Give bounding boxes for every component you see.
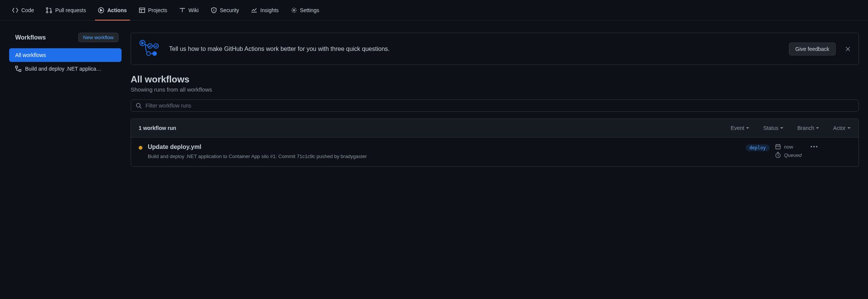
feedback-banner: Tell us how to make GitHub Actions work … (131, 33, 859, 65)
chevron-down-icon (816, 126, 819, 130)
chevron-down-icon (847, 126, 851, 130)
play-icon (98, 7, 104, 13)
nav-wiki[interactable]: Wiki (173, 0, 204, 21)
svg-point-2 (50, 11, 52, 13)
chevron-down-icon (746, 126, 749, 130)
sidebar-item-label: Build and deploy .NET applica… (25, 66, 101, 72)
new-workflow-button[interactable]: New workflow (78, 33, 119, 42)
filter-status[interactable]: Status (763, 125, 784, 131)
table-icon (139, 7, 145, 13)
sidebar-item-all-workflows[interactable]: All workflows (9, 48, 122, 62)
sidebar-item-label: All workflows (15, 52, 46, 58)
nav-projects[interactable]: Projects (133, 0, 174, 21)
nav-label: Projects (148, 7, 168, 13)
repo-nav: Code Pull requests Actions Projects Wiki… (0, 0, 868, 21)
svg-point-0 (46, 8, 48, 9)
svg-rect-7 (16, 66, 17, 68)
run-menu-button[interactable] (811, 146, 819, 147)
nav-label: Actions (107, 7, 126, 13)
svg-rect-15 (776, 145, 780, 149)
svg-point-12 (147, 52, 150, 55)
runs-header: 1 workflow run Event Status Branch Actor (131, 119, 859, 138)
svg-point-13 (153, 52, 157, 55)
svg-point-5 (213, 9, 214, 10)
actions-graphic-icon (139, 39, 160, 59)
nav-actions[interactable]: Actions (92, 0, 133, 21)
nav-pull-requests[interactable]: Pull requests (40, 0, 92, 21)
svg-point-1 (46, 11, 48, 13)
nav-label: Settings (300, 7, 319, 13)
shield-icon (211, 7, 217, 13)
run-state: Queued (775, 152, 802, 158)
run-subtitle: Build and deploy .NET application to Con… (148, 153, 740, 160)
close-icon[interactable] (845, 46, 851, 52)
page-title: All workflows (131, 74, 859, 85)
status-queued-icon (139, 146, 142, 150)
graph-icon (251, 7, 257, 13)
gear-icon (291, 7, 297, 13)
nav-security[interactable]: Security (205, 0, 245, 21)
nav-insights[interactable]: Insights (245, 0, 285, 21)
filter-box[interactable] (131, 100, 859, 112)
svg-point-6 (293, 9, 295, 11)
filter-event[interactable]: Event (730, 125, 749, 131)
stopwatch-icon (775, 152, 781, 158)
nav-code[interactable]: Code (6, 0, 40, 21)
search-icon (136, 103, 142, 109)
run-title[interactable]: Update deploy.yml (148, 144, 740, 150)
run-count: 1 workflow run (139, 125, 176, 131)
chevron-down-icon (780, 126, 784, 130)
git-pull-request-icon (46, 7, 52, 13)
nav-label: Security (220, 7, 239, 13)
code-icon (12, 7, 18, 13)
give-feedback-button[interactable]: Give feedback (789, 43, 836, 55)
svg-rect-8 (19, 70, 21, 71)
branch-tag[interactable]: deploy (746, 144, 770, 151)
nav-label: Insights (260, 7, 278, 13)
svg-point-14 (136, 103, 140, 107)
filter-branch[interactable]: Branch (797, 125, 819, 131)
filter-actor[interactable]: Actor (833, 125, 851, 131)
workflow-icon (15, 66, 21, 72)
page-subtitle: Showing runs from all workflows (131, 86, 859, 93)
filter-input[interactable] (145, 103, 854, 109)
banner-text: Tell us how to make GitHub Actions work … (169, 46, 780, 52)
run-time: now (775, 144, 802, 150)
nav-label: Code (21, 7, 34, 13)
book-icon (179, 7, 185, 13)
nav-settings[interactable]: Settings (285, 0, 326, 21)
nav-label: Wiki (188, 7, 198, 13)
calendar-icon (775, 144, 781, 150)
sidebar-title: Workflows (15, 34, 46, 41)
nav-label: Pull requests (55, 7, 86, 13)
workflows-sidebar: Workflows New workflow All workflows Bui… (9, 33, 122, 167)
svg-rect-4 (139, 8, 145, 13)
run-row[interactable]: Update deploy.yml Build and deploy .NET … (131, 138, 859, 166)
sidebar-item-workflow[interactable]: Build and deploy .NET applica… (9, 62, 122, 76)
content: Tell us how to make GitHub Actions work … (131, 33, 859, 167)
runs-list: 1 workflow run Event Status Branch Actor… (131, 119, 859, 167)
